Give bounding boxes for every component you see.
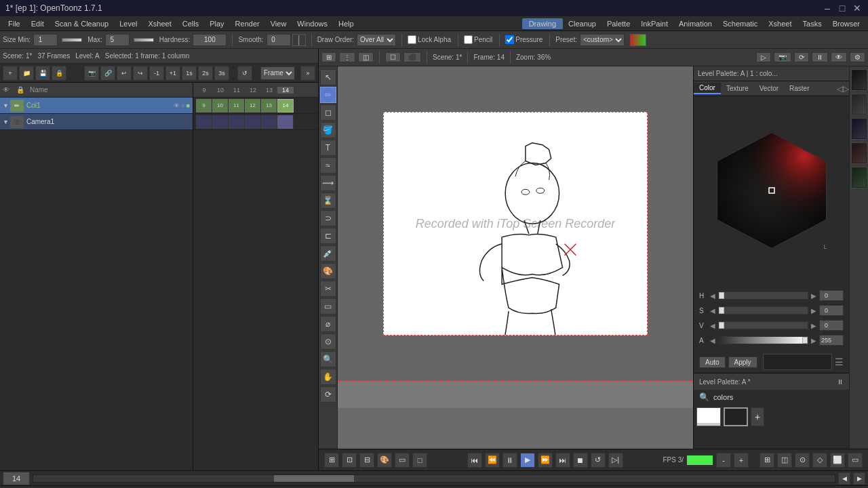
canvas-area[interactable]: Recorded with iTop Screen Recorder	[338, 66, 693, 381]
h-arrow-right[interactable]: ▶	[811, 292, 816, 300]
hardness-input[interactable]	[193, 34, 226, 46]
pb-stop[interactable]: ⏹	[573, 453, 588, 468]
right-tab-arrow-right[interactable]: ▷	[843, 84, 849, 94]
maximize-button[interactable]: □	[837, 3, 848, 14]
menu-render[interactable]: Render	[230, 18, 265, 29]
palette-pause-btn[interactable]: ⏸	[837, 378, 844, 386]
a-arrow-right[interactable]: ▶	[811, 337, 816, 344]
canvas-tb-loop[interactable]: ⟳	[794, 52, 809, 62]
tl-1s-btn[interactable]: 1s	[182, 66, 197, 81]
col1-cell-13[interactable]: 13	[261, 99, 277, 113]
menu-view[interactable]: View	[265, 18, 292, 29]
close-button[interactable]: ✕	[852, 3, 863, 14]
menu-windows[interactable]: Windows	[292, 18, 333, 29]
tab-animation[interactable]: Animation	[673, 18, 717, 29]
pb-loop[interactable]: ↺	[591, 453, 606, 468]
tool-fill[interactable]: 🪣	[320, 122, 336, 138]
scroll-left-btn[interactable]: ◀	[838, 472, 850, 485]
size-min-input[interactable]	[33, 34, 58, 46]
pb-prev-frame[interactable]: ⏪	[485, 453, 500, 468]
timeline-scroll-thumb[interactable]	[274, 475, 354, 482]
tl-cycle-btn[interactable]: ↺	[237, 66, 252, 81]
camera1-cell-11[interactable]	[229, 115, 245, 129]
tl-link-btn[interactable]: 🔗	[100, 66, 115, 81]
s-slider-thumb[interactable]	[719, 307, 724, 314]
auto-button[interactable]: Auto	[699, 357, 726, 368]
canvas-tb-eye[interactable]: 👁	[831, 52, 847, 62]
canvas-tb-icon4[interactable]: ☐	[385, 52, 401, 62]
a-arrow-left[interactable]: ◀	[710, 337, 715, 344]
menu-play[interactable]: Play	[204, 18, 229, 29]
pb-icon-r4[interactable]: ◇	[812, 453, 827, 468]
pencil-checkbox[interactable]	[464, 35, 473, 44]
menu-level[interactable]: Level	[114, 18, 142, 29]
layer-camera1[interactable]: ▼ 🎥 Camera1	[0, 114, 193, 130]
tool-brush[interactable]: ✏	[320, 87, 336, 103]
tl-inc-btn[interactable]: +1	[165, 66, 180, 81]
pb-icon3[interactable]: ⊟	[359, 453, 374, 468]
preset-select[interactable]: <custom>	[580, 34, 625, 46]
thumb-2[interactable]	[851, 94, 867, 115]
size-min-slider[interactable]	[62, 38, 82, 42]
tool-rotate[interactable]: ⟳	[320, 386, 336, 403]
s-value-input[interactable]: 0	[819, 305, 844, 316]
swatch-black[interactable]	[724, 407, 748, 426]
tab-schematic[interactable]: Schematic	[717, 18, 763, 29]
thumb-5[interactable]	[851, 167, 867, 188]
pb-icon-r6[interactable]: ▭	[848, 453, 863, 468]
color-hexagon-svg[interactable]	[711, 129, 833, 251]
menu-help[interactable]: Help	[333, 18, 359, 29]
s-slider-track[interactable]	[718, 306, 808, 314]
tl-dec-btn[interactable]: -1	[149, 66, 164, 81]
draw-order-select[interactable]: Over All	[357, 34, 396, 46]
lock-alpha-checkbox[interactable]	[408, 35, 416, 44]
tl-3s-btn[interactable]: 3s	[214, 66, 229, 81]
tl-2s-btn[interactable]: 2s	[198, 66, 213, 81]
tab-raster[interactable]: Raster	[784, 83, 814, 94]
pb-icon2[interactable]: ⊡	[342, 453, 357, 468]
thumb-1[interactable]	[851, 69, 867, 91]
tab-texture[interactable]: Texture	[721, 83, 754, 94]
a-value-input[interactable]: 255	[819, 335, 844, 346]
tl-folder-btn[interactable]: 📁	[19, 66, 34, 81]
tab-vector[interactable]: Vector	[754, 83, 784, 94]
col1-cell-10[interactable]: 10	[212, 99, 229, 113]
add-swatch-button[interactable]: +	[751, 407, 764, 426]
tool-geo[interactable]: ▭	[320, 298, 336, 314]
minimize-button[interactable]: –	[822, 3, 833, 14]
thumb-4[interactable]	[851, 142, 867, 164]
tool-scissors[interactable]: ✂	[320, 281, 336, 297]
tool-smear[interactable]: ⟿	[320, 175, 336, 191]
tl-camera-btn[interactable]: 📷	[84, 66, 99, 81]
tool-arrow[interactable]: ↖	[320, 69, 336, 85]
fps-inc-btn[interactable]: +	[734, 453, 749, 468]
pb-icon-r1[interactable]: ⊞	[760, 453, 774, 468]
canvas-tb-preview[interactable]: ▷	[756, 52, 771, 62]
timeline-scrollbar[interactable]	[33, 474, 835, 483]
menu-xsheet[interactable]: Xsheet	[143, 18, 177, 29]
tab-tasks[interactable]: Tasks	[797, 18, 827, 29]
h-slider-thumb[interactable]	[719, 292, 724, 299]
v-slider-track[interactable]	[718, 321, 808, 329]
pb-icon1[interactable]: ⊞	[324, 453, 339, 468]
v-value-input[interactable]: 0	[819, 320, 844, 331]
canvas-tb-icon5[interactable]: ⬛	[403, 52, 421, 62]
col1-cell-11[interactable]: 11	[229, 99, 245, 113]
tab-xsheet[interactable]: Xsheet	[763, 18, 797, 29]
tl-undo-btn[interactable]: ↩	[117, 66, 132, 81]
color-indicator[interactable]	[630, 34, 646, 46]
tab-browser[interactable]: Browser	[827, 18, 865, 29]
layer-col1[interactable]: ▼ ✏ Col1 👁 ○ ■	[0, 98, 193, 114]
h-arrow-left[interactable]: ◀	[710, 292, 715, 300]
h-slider-track[interactable]	[718, 291, 808, 300]
size-max-slider[interactable]	[134, 38, 154, 42]
tool-tape[interactable]: ⊏	[320, 228, 336, 244]
frame-type-select[interactable]: Frame	[260, 66, 295, 80]
tl-save-btn[interactable]: 💾	[35, 66, 50, 81]
a-slider-track[interactable]	[718, 336, 808, 344]
pb-icon-r2[interactable]: ◫	[777, 453, 792, 468]
pb-last-frame[interactable]: ⏭	[555, 453, 570, 468]
color-options-btn[interactable]: ☰	[835, 357, 844, 367]
tool-blur[interactable]: ≈	[320, 157, 336, 174]
tab-drawing[interactable]: Drawing	[522, 18, 563, 29]
